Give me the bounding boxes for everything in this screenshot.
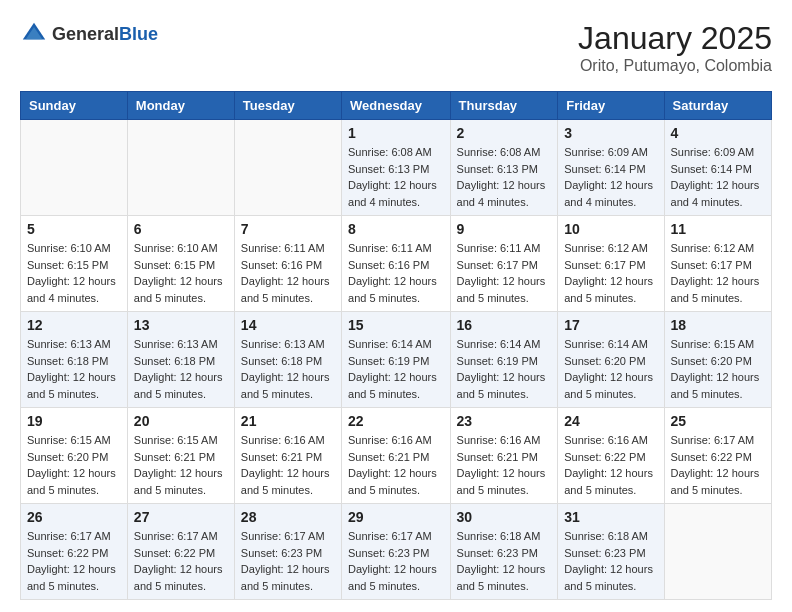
day-number: 16	[457, 317, 552, 333]
day-info: Sunrise: 6:11 AMSunset: 6:17 PMDaylight:…	[457, 240, 552, 306]
day-info: Sunrise: 6:13 AMSunset: 6:18 PMDaylight:…	[27, 336, 121, 402]
day-info: Sunrise: 6:12 AMSunset: 6:17 PMDaylight:…	[564, 240, 657, 306]
day-info: Sunrise: 6:16 AMSunset: 6:21 PMDaylight:…	[457, 432, 552, 498]
day-number: 29	[348, 509, 444, 525]
calendar-cell: 12Sunrise: 6:13 AMSunset: 6:18 PMDayligh…	[21, 312, 128, 408]
calendar-cell: 11Sunrise: 6:12 AMSunset: 6:17 PMDayligh…	[664, 216, 771, 312]
day-number: 27	[134, 509, 228, 525]
day-info: Sunrise: 6:10 AMSunset: 6:15 PMDaylight:…	[134, 240, 228, 306]
calendar-week-row: 19Sunrise: 6:15 AMSunset: 6:20 PMDayligh…	[21, 408, 772, 504]
day-number: 21	[241, 413, 335, 429]
month-title: January 2025	[578, 20, 772, 57]
calendar-cell	[664, 504, 771, 600]
day-number: 18	[671, 317, 765, 333]
weekday-header-sunday: Sunday	[21, 92, 128, 120]
calendar-cell: 16Sunrise: 6:14 AMSunset: 6:19 PMDayligh…	[450, 312, 558, 408]
calendar-cell: 22Sunrise: 6:16 AMSunset: 6:21 PMDayligh…	[342, 408, 451, 504]
calendar-week-row: 26Sunrise: 6:17 AMSunset: 6:22 PMDayligh…	[21, 504, 772, 600]
day-number: 12	[27, 317, 121, 333]
calendar-week-row: 1Sunrise: 6:08 AMSunset: 6:13 PMDaylight…	[21, 120, 772, 216]
calendar-cell: 28Sunrise: 6:17 AMSunset: 6:23 PMDayligh…	[234, 504, 341, 600]
weekday-header-saturday: Saturday	[664, 92, 771, 120]
calendar-week-row: 12Sunrise: 6:13 AMSunset: 6:18 PMDayligh…	[21, 312, 772, 408]
day-number: 28	[241, 509, 335, 525]
calendar-cell: 15Sunrise: 6:14 AMSunset: 6:19 PMDayligh…	[342, 312, 451, 408]
day-number: 5	[27, 221, 121, 237]
calendar-cell: 10Sunrise: 6:12 AMSunset: 6:17 PMDayligh…	[558, 216, 664, 312]
day-info: Sunrise: 6:15 AMSunset: 6:20 PMDaylight:…	[27, 432, 121, 498]
day-number: 2	[457, 125, 552, 141]
weekday-header-wednesday: Wednesday	[342, 92, 451, 120]
calendar-cell: 21Sunrise: 6:16 AMSunset: 6:21 PMDayligh…	[234, 408, 341, 504]
day-info: Sunrise: 6:13 AMSunset: 6:18 PMDaylight:…	[134, 336, 228, 402]
day-info: Sunrise: 6:09 AMSunset: 6:14 PMDaylight:…	[564, 144, 657, 210]
calendar-table: SundayMondayTuesdayWednesdayThursdayFrid…	[20, 91, 772, 600]
calendar-cell: 23Sunrise: 6:16 AMSunset: 6:21 PMDayligh…	[450, 408, 558, 504]
day-number: 19	[27, 413, 121, 429]
day-info: Sunrise: 6:14 AMSunset: 6:19 PMDaylight:…	[457, 336, 552, 402]
calendar-cell: 25Sunrise: 6:17 AMSunset: 6:22 PMDayligh…	[664, 408, 771, 504]
weekday-header-friday: Friday	[558, 92, 664, 120]
day-info: Sunrise: 6:16 AMSunset: 6:21 PMDaylight:…	[348, 432, 444, 498]
day-info: Sunrise: 6:18 AMSunset: 6:23 PMDaylight:…	[457, 528, 552, 594]
day-number: 30	[457, 509, 552, 525]
page-header: GeneralBlue January 2025 Orito, Putumayo…	[20, 20, 772, 75]
day-number: 24	[564, 413, 657, 429]
calendar-cell: 6Sunrise: 6:10 AMSunset: 6:15 PMDaylight…	[127, 216, 234, 312]
calendar-cell: 27Sunrise: 6:17 AMSunset: 6:22 PMDayligh…	[127, 504, 234, 600]
calendar-cell: 29Sunrise: 6:17 AMSunset: 6:23 PMDayligh…	[342, 504, 451, 600]
day-info: Sunrise: 6:13 AMSunset: 6:18 PMDaylight:…	[241, 336, 335, 402]
day-number: 3	[564, 125, 657, 141]
calendar-week-row: 5Sunrise: 6:10 AMSunset: 6:15 PMDaylight…	[21, 216, 772, 312]
calendar-cell: 8Sunrise: 6:11 AMSunset: 6:16 PMDaylight…	[342, 216, 451, 312]
day-info: Sunrise: 6:17 AMSunset: 6:23 PMDaylight:…	[348, 528, 444, 594]
day-info: Sunrise: 6:15 AMSunset: 6:21 PMDaylight:…	[134, 432, 228, 498]
calendar-cell: 18Sunrise: 6:15 AMSunset: 6:20 PMDayligh…	[664, 312, 771, 408]
day-number: 25	[671, 413, 765, 429]
day-number: 1	[348, 125, 444, 141]
calendar-cell: 1Sunrise: 6:08 AMSunset: 6:13 PMDaylight…	[342, 120, 451, 216]
day-info: Sunrise: 6:17 AMSunset: 6:22 PMDaylight:…	[134, 528, 228, 594]
day-number: 15	[348, 317, 444, 333]
calendar-cell: 14Sunrise: 6:13 AMSunset: 6:18 PMDayligh…	[234, 312, 341, 408]
day-number: 4	[671, 125, 765, 141]
day-number: 14	[241, 317, 335, 333]
calendar-header-row: SundayMondayTuesdayWednesdayThursdayFrid…	[21, 92, 772, 120]
calendar-cell: 19Sunrise: 6:15 AMSunset: 6:20 PMDayligh…	[21, 408, 128, 504]
day-info: Sunrise: 6:14 AMSunset: 6:19 PMDaylight:…	[348, 336, 444, 402]
day-number: 23	[457, 413, 552, 429]
day-number: 6	[134, 221, 228, 237]
calendar-cell: 9Sunrise: 6:11 AMSunset: 6:17 PMDaylight…	[450, 216, 558, 312]
day-number: 26	[27, 509, 121, 525]
day-info: Sunrise: 6:08 AMSunset: 6:13 PMDaylight:…	[348, 144, 444, 210]
location-title: Orito, Putumayo, Colombia	[578, 57, 772, 75]
day-info: Sunrise: 6:11 AMSunset: 6:16 PMDaylight:…	[348, 240, 444, 306]
day-number: 9	[457, 221, 552, 237]
day-info: Sunrise: 6:12 AMSunset: 6:17 PMDaylight:…	[671, 240, 765, 306]
day-number: 17	[564, 317, 657, 333]
weekday-header-thursday: Thursday	[450, 92, 558, 120]
day-info: Sunrise: 6:10 AMSunset: 6:15 PMDaylight:…	[27, 240, 121, 306]
day-info: Sunrise: 6:09 AMSunset: 6:14 PMDaylight:…	[671, 144, 765, 210]
day-info: Sunrise: 6:15 AMSunset: 6:20 PMDaylight:…	[671, 336, 765, 402]
weekday-header-monday: Monday	[127, 92, 234, 120]
weekday-header-tuesday: Tuesday	[234, 92, 341, 120]
calendar-cell: 20Sunrise: 6:15 AMSunset: 6:21 PMDayligh…	[127, 408, 234, 504]
calendar-cell: 17Sunrise: 6:14 AMSunset: 6:20 PMDayligh…	[558, 312, 664, 408]
logo: GeneralBlue	[20, 20, 158, 48]
calendar-cell: 24Sunrise: 6:16 AMSunset: 6:22 PMDayligh…	[558, 408, 664, 504]
calendar-cell: 5Sunrise: 6:10 AMSunset: 6:15 PMDaylight…	[21, 216, 128, 312]
calendar-cell: 31Sunrise: 6:18 AMSunset: 6:23 PMDayligh…	[558, 504, 664, 600]
day-number: 20	[134, 413, 228, 429]
day-info: Sunrise: 6:16 AMSunset: 6:22 PMDaylight:…	[564, 432, 657, 498]
day-number: 10	[564, 221, 657, 237]
logo-icon	[20, 20, 48, 48]
calendar-cell: 30Sunrise: 6:18 AMSunset: 6:23 PMDayligh…	[450, 504, 558, 600]
title-area: January 2025 Orito, Putumayo, Colombia	[578, 20, 772, 75]
calendar-cell: 26Sunrise: 6:17 AMSunset: 6:22 PMDayligh…	[21, 504, 128, 600]
day-info: Sunrise: 6:16 AMSunset: 6:21 PMDaylight:…	[241, 432, 335, 498]
day-number: 7	[241, 221, 335, 237]
logo-general-text: General	[52, 24, 119, 44]
day-info: Sunrise: 6:17 AMSunset: 6:23 PMDaylight:…	[241, 528, 335, 594]
day-number: 11	[671, 221, 765, 237]
